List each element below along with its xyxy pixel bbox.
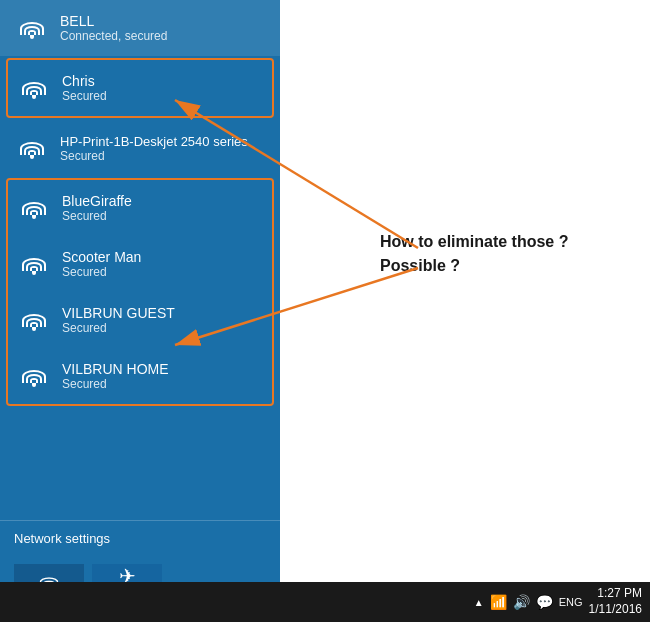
wifi-vh-text: VILBRUN HOME Secured [62,361,169,391]
wifi-item-bluegiraffe[interactable]: BlueGiraffe Secured [8,180,272,236]
wifi-scooter-text: Scooter Man Secured [62,249,141,279]
wifi-bell-text: BELL Connected, secured [60,13,167,43]
wifi-hp-name: HP-Print-1B-Deskjet 2540 series [60,134,248,149]
taskbar-chevron-icon[interactable]: ▲ [474,597,484,608]
wifi-signal-icon-chris [16,70,52,106]
wifi-signal-icon-sc [16,246,52,282]
wifi-signal-icon-hp [14,130,50,166]
wifi-chris-status: Secured [62,89,107,103]
wifi-multi-group: BlueGiraffe Secured Scooter Man Secured [6,178,274,406]
wifi-vg-text: VILBRUN GUEST Secured [62,305,175,335]
taskbar-time-value: 1:27 PM [589,586,642,602]
wifi-hp-status: Secured [60,149,248,163]
wifi-chris-name: Chris [62,73,107,89]
wifi-bell-status: Connected, secured [60,29,167,43]
wifi-signal-icon [14,10,50,46]
wifi-item-vilbrun-home[interactable]: VILBRUN HOME Secured [8,348,272,404]
taskbar: ▲ 📶 🔊 💬 ENG 1:27 PM 1/11/2016 [0,582,650,622]
taskbar-volume-icon[interactable]: 🔊 [513,594,530,610]
wifi-bg-status: Secured [62,209,132,223]
wifi-bg-name: BlueGiraffe [62,193,132,209]
wifi-scooter-status: Secured [62,265,141,279]
taskbar-clock[interactable]: 1:27 PM 1/11/2016 [589,586,642,617]
wifi-chris-group: Chris Secured [6,58,274,118]
taskbar-language-label[interactable]: ENG [559,596,583,608]
taskbar-message-icon[interactable]: 💬 [536,594,553,610]
wifi-signal-icon-vg [16,302,52,338]
taskbar-date-value: 1/11/2016 [589,602,642,618]
wifi-vg-name: VILBRUN GUEST [62,305,175,321]
wifi-item-vilbrun-guest[interactable]: VILBRUN GUEST Secured [8,292,272,348]
wifi-item-scooter[interactable]: Scooter Man Secured [8,236,272,292]
wifi-panel: BELL Connected, secured Chris Secured [0,0,280,622]
wifi-bg-text: BlueGiraffe Secured [62,193,132,223]
annotation-text: How to eliminate those ? Possible ? [380,230,568,278]
annotation-line2: Possible ? [380,254,568,278]
annotation-area: How to eliminate those ? Possible ? [280,0,650,582]
network-settings-label[interactable]: Network settings [0,520,280,556]
wifi-bell-name: BELL [60,13,167,29]
wifi-chris-text: Chris Secured [62,73,107,103]
annotation-line1: How to eliminate those ? [380,230,568,254]
wifi-item-chris[interactable]: Chris Secured [8,60,272,116]
wifi-scooter-name: Scooter Man [62,249,141,265]
taskbar-wifi-icon[interactable]: 📶 [490,594,507,610]
wifi-item-hp[interactable]: HP-Print-1B-Deskjet 2540 series Secured [0,120,280,176]
wifi-item-bell[interactable]: BELL Connected, secured [0,0,280,56]
wifi-vh-name: VILBRUN HOME [62,361,169,377]
taskbar-system-icons: ▲ 📶 🔊 💬 ENG [474,594,583,610]
wifi-signal-icon-vh [16,358,52,394]
wifi-vg-status: Secured [62,321,175,335]
wifi-hp-text: HP-Print-1B-Deskjet 2540 series Secured [60,134,248,163]
wifi-vh-status: Secured [62,377,169,391]
wifi-signal-icon-bg [16,190,52,226]
